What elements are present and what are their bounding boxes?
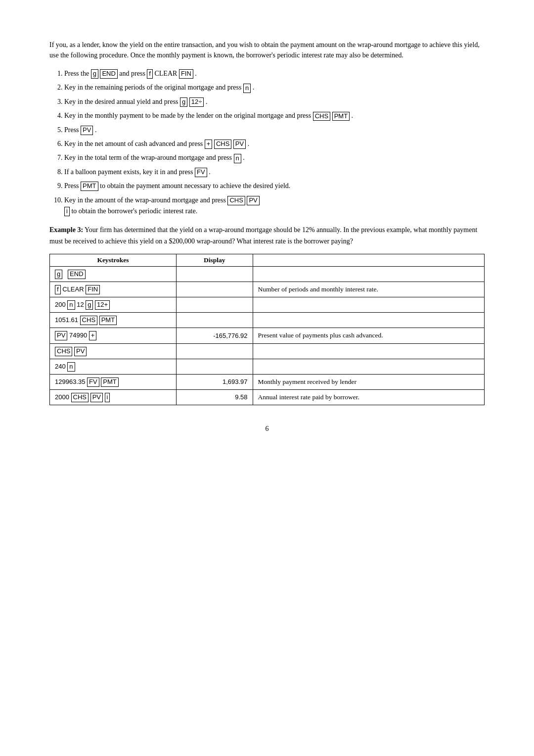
keystroke-cell: f CLEAR FIN: [50, 282, 177, 297]
step-7-text: Key in the total term of the wrap-around…: [64, 154, 234, 161]
key-pmt-4: PMT: [332, 112, 350, 121]
val-240: 240: [55, 363, 67, 370]
display-cell: 1,693.97: [177, 374, 253, 389]
description-cell: Present value of payments plus cash adva…: [253, 328, 484, 343]
step-7-period: .: [243, 154, 245, 161]
key-chs-10: CHS: [227, 196, 245, 205]
keystroke-cell: 1051.61 CHS PMT: [50, 313, 177, 328]
key-chs-6: CHS: [214, 140, 231, 149]
key-plus-r5: +: [89, 331, 97, 340]
val-129963: 129963.35: [55, 378, 87, 385]
display-cell: [177, 267, 253, 282]
key-pv-r6: PV: [74, 347, 87, 356]
step-8-period: .: [209, 168, 211, 176]
description-cell: Annual interest rate paid by borrower.: [253, 389, 484, 405]
step-4-period: .: [352, 112, 354, 119]
step-4: Key in the monthly payment to be made by…: [64, 110, 485, 121]
key-12div-r3: 12+: [95, 300, 110, 310]
display-cell: [177, 359, 253, 374]
key-chs-r4: CHS: [80, 316, 97, 325]
step-2: Key in the remaining periods of the orig…: [64, 82, 485, 93]
step-3-text: Key in the desired annual yield and pres…: [64, 98, 180, 105]
col-header-keystrokes: Keystrokes: [50, 254, 177, 267]
steps-list: Press the g END and press f CLEAR FIN . …: [64, 68, 485, 217]
col-header-display: Display: [177, 254, 253, 267]
step-1-text2: and press: [119, 70, 147, 77]
keystroke-cell: 240 n: [50, 359, 177, 374]
display-cell: [177, 282, 253, 297]
step-8: If a balloon payment exists, key it in a…: [64, 167, 485, 178]
key-pv-r9: PV: [90, 393, 103, 402]
step-9-text2: to obtain the payment amount necessary t…: [100, 182, 290, 189]
table-row: 240 n: [50, 359, 485, 374]
key-fv-8: FV: [195, 168, 207, 177]
key-chs-4: CHS: [313, 112, 330, 121]
val-200: 200: [55, 301, 67, 308]
key-chs-r9: CHS: [71, 393, 89, 402]
display-cell: [177, 297, 253, 313]
page-number: 6: [49, 425, 485, 433]
key-chs-r6: CHS: [55, 347, 72, 356]
val-1051: 1051.61: [55, 316, 80, 324]
step-6: Key in the net amount of cash advanced a…: [64, 139, 485, 149]
step-5-period: .: [95, 126, 97, 134]
description-cell: [253, 343, 484, 359]
table-row: CHS PV: [50, 343, 485, 359]
key-g-r1: g: [55, 270, 62, 279]
key-i-10: i: [64, 207, 70, 216]
key-n-7: n: [234, 154, 241, 163]
display-cell: 9.58: [177, 389, 253, 405]
key-fv-r8: FV: [87, 378, 99, 387]
key-pmt-r8: PMT: [101, 378, 118, 387]
col-header-description: [253, 254, 484, 267]
description-cell: [253, 313, 484, 328]
step-2-text: Key in the remaining periods of the orig…: [64, 84, 243, 91]
step-9: Press PMT to obtain the payment amount n…: [64, 181, 485, 191]
key-pmt-9: PMT: [81, 182, 98, 191]
step-9-text1: Press: [64, 182, 81, 189]
step-1-text1: Press the: [64, 70, 91, 77]
key-plus-6: +: [205, 140, 213, 149]
step-8-text: If a balloon payment exists, key it in a…: [64, 168, 195, 176]
val-2000: 2000: [55, 393, 71, 401]
display-cell: -165,776.92: [177, 328, 253, 343]
keystroke-cell: CHS PV: [50, 343, 177, 359]
step-3: Key in the desired annual yield and pres…: [64, 96, 485, 107]
step-3-period: .: [206, 98, 208, 105]
example-paragraph: Example 3: Your firm has determined that…: [49, 225, 485, 247]
description-cell: [253, 297, 484, 313]
keystroke-cell: 2000 CHS PV i: [50, 389, 177, 405]
example-label: Example 3:: [49, 226, 83, 234]
display-cell: [177, 343, 253, 359]
key-f-r2: f: [55, 285, 61, 294]
example-text: Your firm has determined that the yield …: [49, 226, 477, 244]
table-row: 129963.35 FV PMT 1,693.97 Monthly paymen…: [50, 374, 485, 389]
key-end-r1: END: [68, 270, 85, 279]
step-4-text: Key in the monthly payment to be made by…: [64, 112, 313, 119]
keystroke-cell: 200 n 12 g 12+: [50, 297, 177, 313]
keystroke-cell: g END: [50, 267, 177, 282]
step-1-text3: CLEAR: [154, 70, 178, 77]
display-cell: [177, 313, 253, 328]
clear-label-r2: CLEAR: [62, 285, 86, 293]
key-g-1: g: [91, 69, 98, 79]
step-5-text: Press: [64, 126, 81, 134]
table-row: PV 74990 + -165,776.92 Present value of …: [50, 328, 485, 343]
step-10: Key in the amount of the wrap-around mor…: [64, 195, 485, 217]
key-n-r3: n: [67, 300, 75, 310]
step-7: Key in the total term of the wrap-around…: [64, 152, 485, 163]
key-fin-1: FIN: [179, 69, 193, 79]
key-pv-6: PV: [233, 140, 246, 149]
key-pv-r5: PV: [55, 331, 67, 340]
key-fin-r2: FIN: [86, 285, 100, 294]
table-row: 200 n 12 g 12+: [50, 297, 485, 313]
key-g-r3: g: [86, 300, 93, 310]
key-pv-10: PV: [247, 196, 259, 205]
table-row: 2000 CHS PV i 9.58 Annual interest rate …: [50, 389, 485, 405]
description-cell: Monthly payment received by lender: [253, 374, 484, 389]
keystroke-cell: 129963.35 FV PMT: [50, 374, 177, 389]
val-12: 12: [77, 301, 86, 308]
key-f-1: f: [147, 69, 153, 79]
table-row: g END: [50, 267, 485, 282]
key-n-2: n: [243, 84, 251, 93]
